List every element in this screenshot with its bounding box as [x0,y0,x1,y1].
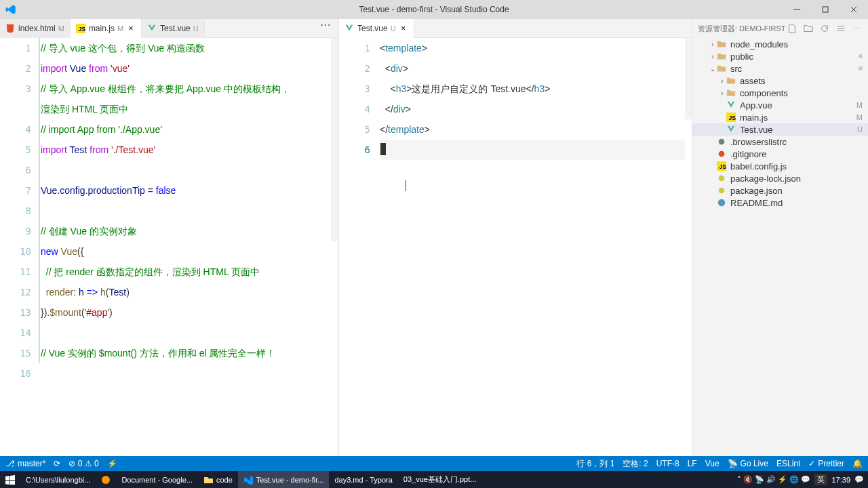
golive-button[interactable]: 📡 Go Live [728,459,768,468]
explorer-title: 资源管理器: DEMO-FIRST [698,24,786,34]
tab-index-html[interactable]: index.htmlM [0,19,71,38]
code-line[interactable]: </div> [380,99,685,119]
vue-icon [726,100,737,110]
tree-item-README-md[interactable]: README.md [692,197,868,209]
tree-item-main-js[interactable]: JSmain.jsM [692,111,868,123]
code-line[interactable] [41,201,331,221]
code-line[interactable]: // Vue 实例的 $mount() 方法，作用和 el 属性完全一样！ [41,343,331,363]
js-icon: JS [76,24,85,33]
eol-status[interactable]: LF [688,459,697,468]
code-line[interactable]: 渲染到 HTML 页面中 [41,99,331,119]
cursor-position[interactable]: 行 6，列 1 [576,458,614,470]
collapse-icon[interactable] [835,23,846,34]
svg-text:JS: JS [729,115,736,121]
vue-icon [147,24,157,33]
code-line[interactable] [41,323,331,343]
tree-item-node-modules[interactable]: ›node_modules [692,38,868,50]
taskbar-item[interactable]: Test.vue - demo-fir... [238,471,330,488]
tree-item-package-json[interactable]: package.json [692,184,868,197]
taskbar-item[interactable]: day3.md - Typora [329,471,397,488]
code-line[interactable]: render: h => h(Test) [41,282,331,302]
tree-item-package-lock-json[interactable]: package-lock.json [692,172,868,184]
code-line[interactable] [380,140,685,160]
svg-point-11 [719,188,725,194]
problems-status[interactable]: ⊘ 0 ⚠ 0 [68,459,98,468]
folder-icon [726,75,737,86]
close-icon[interactable]: × [399,24,408,33]
indent-status[interactable]: 空格: 2 [623,458,648,470]
more-icon[interactable]: ⋯ [852,23,863,34]
vue-icon [726,124,737,135]
close-button[interactable] [840,0,868,19]
folder-icon [717,51,728,62]
tree-item-public[interactable]: ›public [692,50,868,62]
tree-item-App-vue[interactable]: App.vueM [692,99,868,111]
maximize-button[interactable] [811,0,840,19]
taskbar-item[interactable] [0,471,20,488]
minimize-button[interactable] [783,0,811,19]
code-line[interactable]: // 导入 App.vue 根组件，将来要把 App.vue 中的模板结构， [41,79,331,99]
vue-icon [344,24,354,33]
taskbar-item[interactable]: 03_vue基础入门.ppt... [398,471,482,488]
new-folder-icon[interactable] [803,23,814,34]
svg-point-7 [719,151,725,157]
tab-main-js[interactable]: JSmain.jsM× [71,19,142,38]
tree-item-Test-vue[interactable]: Test.vueU [692,123,868,136]
port-status[interactable]: ⚡ [107,459,117,468]
code-line[interactable]: import Test from './Test.vue' [41,140,331,160]
code-line[interactable]: import Vue from 'vue' [41,58,331,79]
editor-left[interactable]: 12345678910111213141516 // 导入 vue 这个包，得到… [0,38,339,456]
config-icon [717,136,728,147]
tree-item-components[interactable]: ›components [692,87,868,99]
eslint-status[interactable]: ESLint [776,459,800,468]
tree-item-babel-config-js[interactable]: JSbabel.config.js [692,160,868,172]
refresh-icon[interactable] [819,23,830,34]
code-line[interactable]: }).$mount('#app') [41,302,331,323]
notification-center-icon[interactable]: 💬 [854,475,864,484]
md-icon [717,197,728,208]
taskbar-item[interactable]: code [198,471,238,488]
json-icon [717,173,728,184]
code-line[interactable]: <h3>这是用户自定义的 Test.vue</h3> [380,79,685,99]
close-icon[interactable]: × [126,24,136,33]
tree-item--gitignore[interactable]: .gitignore [692,148,868,160]
tree-item-assets[interactable]: ›assets [692,75,868,87]
code-line[interactable]: // 导入 vue 这个包，得到 Vue 构造函数 [41,38,331,58]
svg-point-13 [102,476,110,484]
prettier-status[interactable]: ✓ Prettier [808,459,844,468]
svg-point-6 [719,139,725,145]
notifications-icon[interactable]: 🔔 [852,459,863,468]
vscode-icon [5,4,16,15]
code-line[interactable]: // import App from './App.vue' [41,119,331,140]
ime-indicator[interactable]: 英 [814,474,827,485]
encoding-status[interactable]: UTF-8 [656,459,679,468]
tree-item--browserslistrc[interactable]: .browserslistrc [692,136,868,148]
code-line[interactable]: <template> [380,38,685,58]
clock[interactable]: 17:39 [831,476,850,484]
sync-button[interactable]: ⟳ [54,459,60,468]
tab-Test-vue[interactable]: Test.vueU× [339,19,414,38]
taskbar-item[interactable]: C:\Users\liulongbi... [20,471,96,488]
svg-point-10 [719,176,725,182]
code-line[interactable]: <div> [380,58,685,79]
editor-right[interactable]: 123456 <template> <div> <h3>这是用户自定义的 Tes… [339,38,692,456]
git-branch[interactable]: ⎇ master* [5,459,45,468]
taskbar-item[interactable]: Document - Google... [116,471,198,488]
chevron-icon: ⌄ [709,65,717,73]
tab-Test-vue[interactable]: Test.vueU [142,19,205,38]
taskbar-item[interactable] [96,471,116,488]
tree-item-src[interactable]: ⌄src [692,62,868,75]
code-line[interactable]: </template> [380,119,685,140]
code-line[interactable]: // 把 render 函数指定的组件，渲染到 HTML 页面中 [41,262,331,282]
language-mode[interactable]: Vue [705,459,719,468]
new-file-icon[interactable] [787,23,797,34]
code-line[interactable]: Vue.config.productionTip = false [41,180,331,201]
code-line[interactable]: // 创建 Vue 的实例对象 [41,221,331,241]
tray-icons[interactable]: ˄ 🔇 📡 🔊 ⚡ 🌐 💬 [737,475,810,484]
git-icon [717,148,728,159]
more-icon[interactable]: ⋯ [320,19,331,30]
code-line[interactable] [41,363,331,384]
system-tray[interactable]: ˄ 🔇 📡 🔊 ⚡ 🌐 💬 英 17:39 💬 [737,474,868,485]
code-line[interactable]: new Vue({ [41,241,331,262]
code-line[interactable] [41,160,331,180]
